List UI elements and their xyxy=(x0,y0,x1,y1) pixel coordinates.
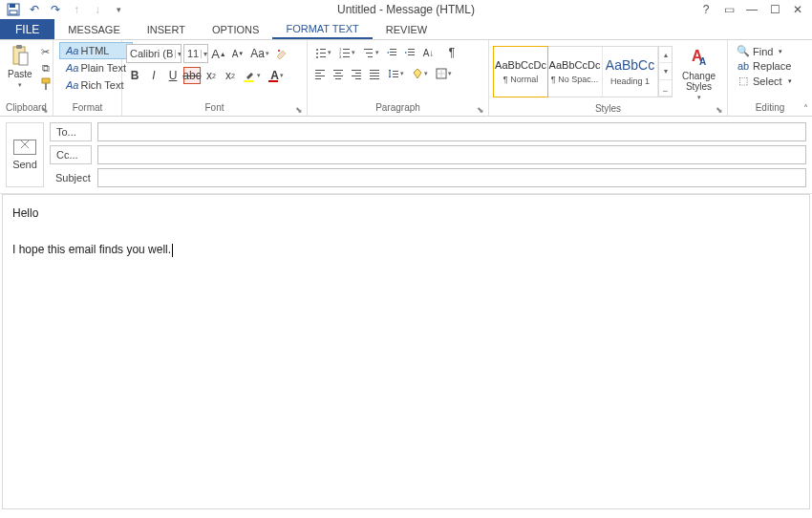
style-heading1[interactable]: AaBbCc Heading 1 xyxy=(603,47,658,97)
svg-rect-1 xyxy=(10,4,15,8)
multilevel-list-button[interactable]: ▾ xyxy=(359,44,382,61)
svg-point-10 xyxy=(316,53,318,54)
dialog-launcher-icon[interactable]: ⬊ xyxy=(41,105,51,115)
styles-gallery[interactable]: AaBbCcDc ¶ Normal AaBbCcDc ¶ No Spac... … xyxy=(493,46,673,97)
change-case-icon[interactable]: Aa▾ xyxy=(248,45,271,62)
gallery-more-icon[interactable]: ⎯ xyxy=(659,80,672,97)
gallery-up-icon[interactable]: ▴ xyxy=(659,47,672,63)
svg-rect-4 xyxy=(16,45,22,49)
svg-rect-40 xyxy=(355,78,361,79)
highlight-button[interactable]: ▾ xyxy=(241,67,264,84)
svg-rect-24 xyxy=(390,52,396,53)
change-styles-icon: AA xyxy=(690,48,709,69)
superscript-button[interactable]: x2 xyxy=(222,67,239,84)
undo-icon[interactable]: ↶ xyxy=(27,2,42,17)
cc-button[interactable]: Cc... xyxy=(50,145,92,164)
save-icon[interactable] xyxy=(6,2,21,17)
send-button[interactable]: Send xyxy=(6,122,44,187)
gallery-down-icon[interactable]: ▾ xyxy=(659,63,672,79)
cut-icon[interactable]: ✂ xyxy=(38,44,53,59)
title-bar: ↶ ↷ ↑ ↓ ▾ Untitled - Message (HTML) ? ▭ … xyxy=(0,0,812,19)
align-left-button[interactable] xyxy=(311,65,329,82)
ribbon-options-icon[interactable]: ▭ xyxy=(722,3,736,16)
decrease-indent-button[interactable] xyxy=(383,44,400,61)
svg-rect-43 xyxy=(370,76,379,76)
style-normal[interactable]: AaBbCcDc ¶ Normal xyxy=(493,46,548,97)
tab-review[interactable]: REVIEW xyxy=(373,19,440,39)
group-editing: 🔍Find▾ abReplace ⬚Select▾ Editing xyxy=(728,40,812,116)
redo-icon[interactable]: ↷ xyxy=(48,2,63,17)
grow-font-icon[interactable]: A▲ xyxy=(210,45,227,62)
message-body[interactable]: Hello I hope this email finds you well. xyxy=(2,194,810,509)
font-color-button[interactable]: A▾ xyxy=(266,67,288,84)
svg-rect-25 xyxy=(390,54,396,55)
svg-rect-11 xyxy=(320,53,326,54)
strikethrough-button[interactable]: abc xyxy=(183,67,201,84)
subscript-button[interactable]: x2 xyxy=(203,67,220,84)
close-icon[interactable]: ✕ xyxy=(791,3,804,16)
maximize-icon[interactable]: ☐ xyxy=(768,3,781,16)
line-spacing-button[interactable]: ▾ xyxy=(384,65,407,82)
tab-options[interactable]: OPTIONS xyxy=(199,19,273,39)
numbering-button[interactable]: 123▾ xyxy=(335,44,358,61)
help-icon[interactable]: ? xyxy=(699,3,713,16)
group-label: Format xyxy=(57,102,118,116)
show-marks-button[interactable]: ¶ xyxy=(443,44,460,61)
select-icon: ⬚ xyxy=(737,75,749,87)
to-field[interactable] xyxy=(97,122,806,141)
qat-dropdown-icon[interactable]: ▾ xyxy=(111,2,126,17)
shrink-font-icon[interactable]: A▼ xyxy=(229,45,246,62)
tab-insert[interactable]: INSERT xyxy=(134,19,199,39)
find-icon: 🔍 xyxy=(737,45,749,57)
font-size-combo[interactable]: 11▾ xyxy=(183,44,208,63)
format-painter-icon[interactable] xyxy=(38,76,53,92)
clear-formatting-icon[interactable] xyxy=(273,45,290,62)
tab-file[interactable]: FILE xyxy=(0,19,54,39)
bullets-button[interactable]: ▾ xyxy=(311,44,334,61)
cc-field[interactable] xyxy=(97,145,806,164)
to-button[interactable]: To... xyxy=(50,122,92,141)
subject-field[interactable] xyxy=(97,168,806,187)
sort-button[interactable]: A↓▾ xyxy=(419,44,442,61)
svg-rect-30 xyxy=(315,73,321,74)
group-format: AaHTML AaPlain Text AaRich Text Format xyxy=(53,40,122,116)
justify-button[interactable] xyxy=(366,65,383,82)
svg-rect-32 xyxy=(315,78,321,79)
italic-button[interactable]: I xyxy=(145,67,162,84)
copy-icon[interactable]: ⧉ xyxy=(38,60,53,76)
change-styles-button[interactable]: AA ChangeStyles ▾ xyxy=(678,46,719,103)
up-arrow-icon: ↑ xyxy=(69,2,84,17)
increase-indent-button[interactable] xyxy=(401,44,418,61)
borders-button[interactable]: ▾ xyxy=(432,65,455,82)
svg-rect-21 xyxy=(366,53,373,54)
style-no-spacing[interactable]: AaBbCcDc ¶ No Spac... xyxy=(547,47,603,97)
tab-format-text[interactable]: FORMAT TEXT xyxy=(272,19,372,39)
minimize-icon[interactable]: — xyxy=(745,3,759,16)
dialog-launcher-icon[interactable]: ⬊ xyxy=(295,105,305,115)
shading-button[interactable]: ▾ xyxy=(408,65,431,82)
underline-button[interactable]: U xyxy=(164,67,182,84)
collapse-ribbon-icon[interactable]: ˄ xyxy=(803,103,808,114)
svg-rect-9 xyxy=(320,49,326,50)
svg-rect-2 xyxy=(10,11,17,14)
group-label: Editing xyxy=(732,102,808,116)
tab-message[interactable]: MESSAGE xyxy=(54,19,133,39)
svg-rect-31 xyxy=(315,76,325,76)
bold-button[interactable]: B xyxy=(126,67,143,84)
font-name-combo[interactable]: Calibri (B▾ xyxy=(126,44,182,63)
envelope-icon xyxy=(13,140,36,155)
svg-text:A: A xyxy=(699,56,706,67)
svg-rect-28 xyxy=(408,54,415,55)
paste-button[interactable]: Paste ▾ xyxy=(4,42,36,91)
group-label: Styles xyxy=(493,103,723,116)
find-button[interactable]: 🔍Find▾ xyxy=(736,44,794,58)
svg-rect-15 xyxy=(343,49,350,50)
select-button[interactable]: ⬚Select▾ xyxy=(736,74,794,88)
gallery-scroll: ▴ ▾ ⎯ xyxy=(658,47,672,97)
replace-button[interactable]: abReplace xyxy=(736,59,794,73)
align-right-button[interactable] xyxy=(348,65,365,82)
align-center-button[interactable] xyxy=(330,65,347,82)
window-controls: ? ▭ — ☐ ✕ xyxy=(699,3,812,16)
dialog-launcher-icon[interactable]: ⬊ xyxy=(716,105,725,115)
dialog-launcher-icon[interactable]: ⬊ xyxy=(477,105,486,115)
